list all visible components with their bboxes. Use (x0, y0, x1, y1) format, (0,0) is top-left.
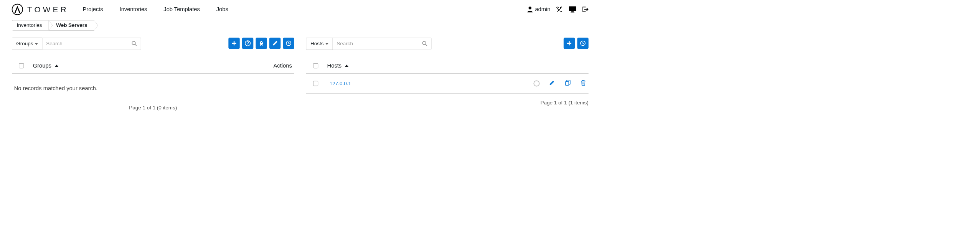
hosts-select-all-checkbox[interactable] (313, 63, 318, 68)
content: Groups (0, 38, 600, 116)
groups-table-header: Groups Actions (12, 60, 294, 74)
hosts-pager: Page 1 of 1 (1 items) (306, 94, 588, 111)
hosts-schedule-button[interactable] (577, 38, 588, 49)
breadcrumb-label-1: Web Servers (56, 22, 87, 28)
groups-add-button[interactable] (228, 38, 239, 49)
hosts-add-button[interactable] (564, 38, 575, 49)
host-link[interactable]: 127.0.0.1 (330, 80, 351, 86)
host-row-checkbox[interactable] (313, 81, 318, 86)
nav-projects[interactable]: Projects (83, 6, 103, 13)
nav-items: Projects Inventories Job Templates Jobs (83, 6, 228, 13)
user-block[interactable]: admin (527, 6, 551, 13)
groups-toolbar: Groups (12, 38, 294, 50)
svg-rect-1 (569, 7, 576, 11)
trash-icon (581, 79, 586, 86)
groups-schedule-button[interactable] (283, 38, 294, 49)
groups-select-all-checkbox[interactable] (19, 63, 24, 68)
host-copy-button[interactable] (564, 79, 571, 88)
hosts-column-name[interactable]: Hosts (327, 63, 349, 69)
svg-rect-3 (571, 12, 574, 12)
rocket-icon (258, 40, 264, 46)
groups-column-actions: Actions (274, 63, 292, 69)
plus-icon (231, 40, 237, 46)
hosts-filter-dropdown[interactable]: Hosts (306, 38, 333, 50)
host-delete-button[interactable] (581, 79, 586, 88)
caret-down-icon (35, 43, 38, 45)
nav-inventories[interactable]: Inventories (120, 6, 147, 13)
pencil-icon (272, 40, 278, 46)
groups-filter-label: Groups (16, 41, 33, 47)
groups-filter-dropdown[interactable]: Groups (12, 38, 43, 50)
hosts-toolbar: Hosts (306, 38, 588, 50)
host-row: 127.0.0.1 (306, 74, 588, 93)
pencil-icon (549, 80, 555, 86)
hosts-panel: Hosts Hosts (306, 38, 588, 116)
groups-search-input[interactable] (46, 41, 131, 47)
groups-column-name[interactable]: Groups (33, 63, 59, 69)
search-icon[interactable] (131, 41, 137, 47)
groups-run-button[interactable] (256, 38, 267, 49)
plus-icon (566, 40, 572, 46)
host-edit-button[interactable] (549, 80, 555, 88)
status-indicator-icon (533, 80, 539, 86)
svg-rect-11 (566, 82, 569, 86)
svg-point-0 (528, 7, 531, 9)
hosts-table-header: Hosts (306, 60, 588, 74)
sort-asc-icon (55, 64, 59, 67)
nav-jobs[interactable]: Jobs (216, 6, 228, 13)
svg-point-7 (261, 42, 262, 43)
brand: TOWER (12, 4, 69, 15)
caret-down-icon (325, 43, 328, 45)
svg-point-9 (422, 41, 426, 45)
hosts-filter-label: Hosts (310, 41, 323, 47)
breadcrumb: Inventories Web Servers (0, 17, 600, 38)
copy-icon (564, 79, 571, 86)
svg-point-4 (132, 41, 135, 45)
breadcrumb-inventories[interactable]: Inventories (12, 20, 49, 31)
clock-icon (285, 40, 292, 46)
hosts-search-input[interactable] (337, 41, 422, 47)
sort-asc-icon (345, 64, 349, 67)
monitor-icon[interactable] (569, 6, 576, 13)
host-row-actions (533, 79, 586, 88)
logout-icon[interactable] (582, 6, 589, 13)
brand-logo-icon (12, 4, 23, 15)
groups-actions (228, 38, 294, 50)
groups-help-button[interactable] (242, 38, 253, 49)
brand-name: TOWER (27, 5, 69, 14)
hosts-search-box (333, 38, 431, 50)
user-icon (527, 7, 533, 13)
svg-rect-2 (571, 11, 574, 12)
user-name: admin (535, 6, 550, 13)
hosts-actions (564, 38, 589, 50)
svg-point-6 (247, 45, 248, 45)
question-icon (245, 40, 251, 46)
groups-panel: Groups (12, 38, 294, 116)
clock-icon (580, 40, 586, 46)
nav-job-templates[interactable]: Job Templates (163, 6, 200, 13)
groups-edit-button[interactable] (269, 38, 280, 49)
breadcrumb-label-0: Inventories (16, 22, 42, 28)
breadcrumb-current[interactable]: Web Servers (49, 20, 94, 31)
search-icon[interactable] (422, 41, 428, 47)
groups-pager: Page 1 of 1 (0 items) (12, 99, 294, 116)
topbar-right: admin (527, 6, 589, 13)
settings-icon[interactable] (556, 6, 563, 13)
groups-search-box (42, 38, 141, 50)
groups-empty-message: No records matched your search. (12, 74, 294, 99)
top-bar: TOWER Projects Inventories Job Templates… (0, 0, 600, 17)
